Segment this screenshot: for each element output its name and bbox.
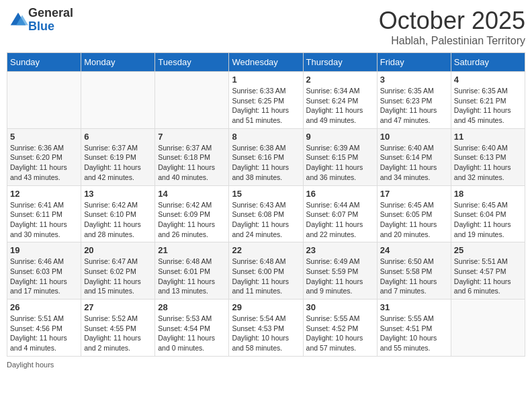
calendar-cell: 6Sunrise: 6:37 AMSunset: 6:19 PMDaylight…: [81, 128, 155, 185]
calendar-cell: 15Sunrise: 6:43 AMSunset: 6:08 PMDayligh…: [229, 185, 303, 242]
calendar-cell: 18Sunrise: 6:45 AMSunset: 6:04 PMDayligh…: [451, 185, 525, 242]
day-number: 6: [84, 132, 152, 142]
day-number: 13: [84, 189, 152, 199]
calendar-cell: 10Sunrise: 6:40 AMSunset: 6:14 PMDayligh…: [377, 128, 451, 185]
calendar-cell: 29Sunrise: 5:54 AMSunset: 4:53 PMDayligh…: [229, 300, 303, 357]
day-info: Sunrise: 5:54 AMSunset: 4:53 PMDaylight:…: [232, 314, 300, 353]
day-number: 15: [232, 189, 300, 199]
day-info: Sunrise: 6:39 AMSunset: 6:15 PMDaylight:…: [306, 143, 374, 183]
calendar-week-row: 12Sunrise: 6:41 AMSunset: 6:11 PMDayligh…: [7, 185, 525, 242]
day-number: 12: [10, 189, 78, 199]
day-info: Sunrise: 6:44 AMSunset: 6:07 PMDaylight:…: [306, 200, 374, 240]
calendar-cell: 23Sunrise: 6:49 AMSunset: 5:59 PMDayligh…: [303, 242, 377, 300]
calendar-cell: 3Sunrise: 6:35 AMSunset: 6:23 PMDaylight…: [377, 72, 451, 129]
logo-blue: Blue: [28, 20, 73, 34]
day-number: 31: [380, 302, 448, 312]
day-info: Sunrise: 6:40 AMSunset: 6:14 PMDaylight:…: [380, 143, 448, 183]
day-number: 4: [454, 75, 522, 85]
day-number: 23: [306, 245, 374, 255]
day-number: 2: [306, 75, 374, 85]
footer-note: Daylight hours: [7, 361, 525, 369]
calendar-cell: 21Sunrise: 6:48 AMSunset: 6:01 PMDayligh…: [155, 242, 229, 300]
day-info: Sunrise: 6:45 AMSunset: 6:05 PMDaylight:…: [380, 200, 448, 240]
calendar-cell: 8Sunrise: 6:38 AMSunset: 6:16 PMDaylight…: [229, 128, 303, 185]
day-number: 20: [84, 245, 152, 255]
day-info: Sunrise: 5:52 AMSunset: 4:55 PMDaylight:…: [84, 314, 152, 353]
calendar-cell: 19Sunrise: 6:46 AMSunset: 6:03 PMDayligh…: [7, 242, 81, 300]
day-info: Sunrise: 6:37 AMSunset: 6:18 PMDaylight:…: [158, 143, 226, 183]
calendar-cell: 11Sunrise: 6:40 AMSunset: 6:13 PMDayligh…: [451, 128, 525, 185]
day-number: 27: [84, 302, 152, 312]
day-number: 19: [10, 245, 78, 255]
day-info: Sunrise: 6:40 AMSunset: 6:13 PMDaylight:…: [454, 143, 522, 183]
logo-general: General: [28, 7, 73, 20]
day-info: Sunrise: 6:34 AMSunset: 6:24 PMDaylight:…: [306, 86, 374, 126]
day-number: 26: [10, 302, 78, 312]
logo-text: General Blue: [28, 7, 73, 34]
day-info: Sunrise: 5:53 AMSunset: 4:54 PMDaylight:…: [158, 314, 226, 353]
day-info: Sunrise: 6:50 AMSunset: 5:58 PMDaylight:…: [380, 257, 448, 296]
day-info: Sunrise: 6:47 AMSunset: 6:02 PMDaylight:…: [84, 257, 152, 296]
day-number: 9: [306, 132, 374, 142]
calendar-cell: 14Sunrise: 6:42 AMSunset: 6:09 PMDayligh…: [155, 185, 229, 242]
calendar-cell: 2Sunrise: 6:34 AMSunset: 6:24 PMDaylight…: [303, 72, 377, 129]
calendar-cell: 31Sunrise: 5:55 AMSunset: 4:51 PMDayligh…: [377, 300, 451, 357]
calendar-table: SundayMondayTuesdayWednesdayThursdayFrid…: [7, 52, 525, 357]
calendar-header-day: Tuesday: [155, 53, 229, 72]
day-info: Sunrise: 6:45 AMSunset: 6:04 PMDaylight:…: [454, 200, 522, 240]
day-number: 14: [158, 189, 226, 199]
month-title: October 2025: [379, 7, 525, 35]
calendar-cell: 24Sunrise: 6:50 AMSunset: 5:58 PMDayligh…: [377, 242, 451, 300]
calendar-cell: 16Sunrise: 6:44 AMSunset: 6:07 PMDayligh…: [303, 185, 377, 242]
calendar-cell: 7Sunrise: 6:37 AMSunset: 6:18 PMDaylight…: [155, 128, 229, 185]
day-number: 25: [454, 245, 522, 255]
calendar-cell: 4Sunrise: 6:35 AMSunset: 6:21 PMDaylight…: [451, 72, 525, 129]
location-title: Hablah, Palestinian Territory: [379, 35, 525, 47]
day-number: 22: [232, 245, 300, 255]
calendar-week-row: 19Sunrise: 6:46 AMSunset: 6:03 PMDayligh…: [7, 242, 525, 300]
calendar-cell: 28Sunrise: 5:53 AMSunset: 4:54 PMDayligh…: [155, 300, 229, 357]
day-info: Sunrise: 5:51 AMSunset: 4:56 PMDaylight:…: [10, 314, 78, 353]
day-info: Sunrise: 6:48 AMSunset: 6:01 PMDaylight:…: [158, 257, 226, 296]
calendar-cell: [155, 72, 229, 129]
daylight-hours-label: Daylight hours: [7, 361, 54, 369]
calendar-header-day: Sunday: [7, 53, 81, 72]
calendar-cell: 5Sunrise: 6:36 AMSunset: 6:20 PMDaylight…: [7, 128, 81, 185]
calendar-cell: 20Sunrise: 6:47 AMSunset: 6:02 PMDayligh…: [81, 242, 155, 300]
day-number: 3: [380, 75, 448, 85]
day-number: 30: [306, 302, 374, 312]
page-header: General Blue October 2025 Hablah, Palest…: [7, 7, 525, 47]
day-number: 24: [380, 245, 448, 255]
day-number: 29: [232, 302, 300, 312]
title-block: October 2025 Hablah, Palestinian Territo…: [379, 7, 525, 47]
day-info: Sunrise: 6:42 AMSunset: 6:09 PMDaylight:…: [158, 200, 226, 240]
day-info: Sunrise: 6:33 AMSunset: 6:25 PMDaylight:…: [232, 86, 300, 126]
day-info: Sunrise: 6:37 AMSunset: 6:19 PMDaylight:…: [84, 143, 152, 183]
day-info: Sunrise: 6:35 AMSunset: 6:23 PMDaylight:…: [380, 86, 448, 126]
calendar-week-row: 26Sunrise: 5:51 AMSunset: 4:56 PMDayligh…: [7, 300, 525, 357]
day-info: Sunrise: 5:55 AMSunset: 4:52 PMDaylight:…: [306, 314, 374, 353]
calendar-cell: 26Sunrise: 5:51 AMSunset: 4:56 PMDayligh…: [7, 300, 81, 357]
calendar-cell: [81, 72, 155, 129]
calendar-header-day: Wednesday: [229, 53, 303, 72]
calendar-cell: 9Sunrise: 6:39 AMSunset: 6:15 PMDaylight…: [303, 128, 377, 185]
day-number: 10: [380, 132, 448, 142]
calendar-cell: 27Sunrise: 5:52 AMSunset: 4:55 PMDayligh…: [81, 300, 155, 357]
day-number: 16: [306, 189, 374, 199]
logo-icon: [8, 10, 28, 30]
day-info: Sunrise: 6:41 AMSunset: 6:11 PMDaylight:…: [10, 200, 78, 240]
calendar-week-row: 5Sunrise: 6:36 AMSunset: 6:20 PMDaylight…: [7, 128, 525, 185]
day-info: Sunrise: 6:43 AMSunset: 6:08 PMDaylight:…: [232, 200, 300, 240]
day-info: Sunrise: 6:35 AMSunset: 6:21 PMDaylight:…: [454, 86, 522, 126]
day-info: Sunrise: 5:51 AMSunset: 4:57 PMDaylight:…: [454, 257, 522, 296]
calendar-header-day: Monday: [81, 53, 155, 72]
day-info: Sunrise: 6:36 AMSunset: 6:20 PMDaylight:…: [10, 143, 78, 183]
day-number: 11: [454, 132, 522, 142]
calendar-body: 1Sunrise: 6:33 AMSunset: 6:25 PMDaylight…: [7, 72, 525, 357]
day-info: Sunrise: 6:49 AMSunset: 5:59 PMDaylight:…: [306, 257, 374, 296]
day-number: 28: [158, 302, 226, 312]
day-info: Sunrise: 6:48 AMSunset: 6:00 PMDaylight:…: [232, 257, 300, 296]
day-number: 5: [10, 132, 78, 142]
day-number: 7: [158, 132, 226, 142]
day-info: Sunrise: 6:46 AMSunset: 6:03 PMDaylight:…: [10, 257, 78, 296]
